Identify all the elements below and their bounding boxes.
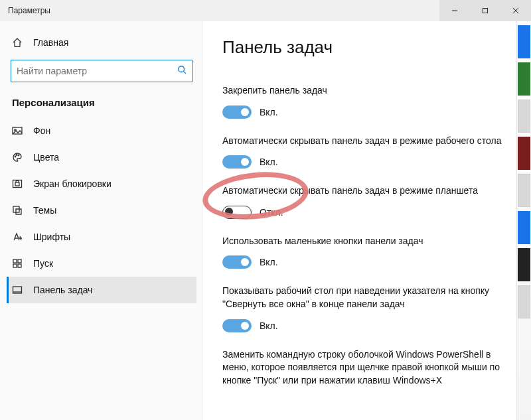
svg-point-9 xyxy=(16,155,17,156)
sidebar-item-label: Цвета xyxy=(33,152,59,163)
setting-small-buttons: Использовать маленькие кнопки панели зад… xyxy=(222,235,511,269)
setting-autohide-desktop: Автоматически скрывать панель задач в ре… xyxy=(222,135,511,169)
sidebar-item-background[interactable]: Фон xyxy=(7,117,196,144)
fonts-icon xyxy=(12,232,23,242)
svg-rect-1 xyxy=(483,9,488,13)
home-icon xyxy=(12,37,23,48)
sidebar-item-home[interactable]: Главная xyxy=(7,29,196,56)
lockscreen-icon xyxy=(12,178,23,189)
main-panel: Панель задач Закрепить панель задач Вкл.… xyxy=(202,21,531,420)
themes-icon xyxy=(12,205,23,216)
sidebar-item-label: Фон xyxy=(33,125,50,136)
minimize-icon xyxy=(451,7,458,14)
sidebar-section-title: Персонализация xyxy=(7,92,196,117)
window-title: Параметры xyxy=(8,6,50,15)
setting-label: Автоматически скрывать панель задач в ре… xyxy=(222,135,511,148)
toggle-autohide-desktop[interactable] xyxy=(222,155,252,169)
sidebar-item-colors[interactable]: Цвета xyxy=(7,144,196,171)
start-icon xyxy=(12,258,23,269)
sidebar-item-themes[interactable]: Темы xyxy=(7,197,196,224)
setting-label: Автоматически скрывать панель задач в ре… xyxy=(222,184,511,198)
sidebar-item-label: Шрифты xyxy=(33,232,70,242)
window-close-button[interactable] xyxy=(500,0,531,21)
svg-point-4 xyxy=(179,66,185,72)
svg-rect-14 xyxy=(13,259,17,263)
sidebar-item-label: Пуск xyxy=(33,258,53,269)
close-icon xyxy=(512,7,519,14)
window-titlebar: Параметры xyxy=(0,0,531,21)
sidebar-item-label: Темы xyxy=(33,205,56,216)
setting-peek-desktop: Показывать рабочий стол при наведении ук… xyxy=(222,285,511,332)
sidebar-item-label: Главная xyxy=(33,37,68,48)
palette-icon xyxy=(12,152,23,163)
toggle-autohide-tablet[interactable] xyxy=(222,206,252,219)
toggle-peek-desktop[interactable] xyxy=(222,319,252,332)
svg-rect-11 xyxy=(13,180,22,188)
background-window-strip xyxy=(516,21,531,420)
window-maximize-button[interactable] xyxy=(470,0,500,21)
search-input[interactable] xyxy=(17,66,177,76)
svg-rect-15 xyxy=(18,259,21,263)
svg-rect-16 xyxy=(13,264,17,267)
svg-rect-12 xyxy=(15,182,19,186)
setting-autohide-tablet: Автоматически скрывать панель задач в ре… xyxy=(222,184,511,219)
toggle-state: Откл. xyxy=(260,207,283,218)
setting-replace-cmd-powershell: Заменить командную строку оболочкой Wind… xyxy=(222,348,511,387)
toggle-state: Вкл. xyxy=(260,107,278,117)
svg-point-8 xyxy=(15,156,16,157)
svg-line-5 xyxy=(184,72,187,74)
toggle-small-buttons[interactable] xyxy=(222,255,252,269)
setting-lock-taskbar: Закрепить панель задач Вкл. xyxy=(222,84,511,119)
sidebar-item-taskbar[interactable]: Панель задач xyxy=(7,277,196,303)
sidebar-item-start[interactable]: Пуск xyxy=(7,250,196,277)
picture-icon xyxy=(12,125,23,136)
setting-label: Заменить командную строку оболочкой Wind… xyxy=(222,348,511,387)
setting-label: Использовать маленькие кнопки панели зад… xyxy=(222,235,511,248)
svg-rect-17 xyxy=(18,264,21,267)
taskbar-icon xyxy=(12,285,23,295)
toggle-state: Вкл. xyxy=(260,157,278,167)
toggle-state: Вкл. xyxy=(260,257,278,267)
setting-label: Закрепить панель задач xyxy=(222,84,511,98)
search-input-container[interactable] xyxy=(11,60,192,82)
setting-label: Показывать рабочий стол при наведении ук… xyxy=(222,285,511,311)
toggle-lock-taskbar[interactable] xyxy=(222,105,252,119)
sidebar: Главная Персонализация Фон Цвета Э xyxy=(0,21,202,420)
search-icon xyxy=(177,65,187,77)
sidebar-item-lockscreen[interactable]: Экран блокировки xyxy=(7,171,196,197)
sidebar-item-fonts[interactable]: Шрифты xyxy=(7,224,196,250)
maximize-icon xyxy=(482,7,489,14)
window-minimize-button[interactable] xyxy=(439,0,470,21)
sidebar-item-label: Панель задач xyxy=(33,285,92,295)
toggle-state: Вкл. xyxy=(260,320,278,331)
page-title: Панель задач xyxy=(222,37,511,58)
sidebar-item-label: Экран блокировки xyxy=(33,178,112,189)
svg-point-10 xyxy=(18,155,19,156)
